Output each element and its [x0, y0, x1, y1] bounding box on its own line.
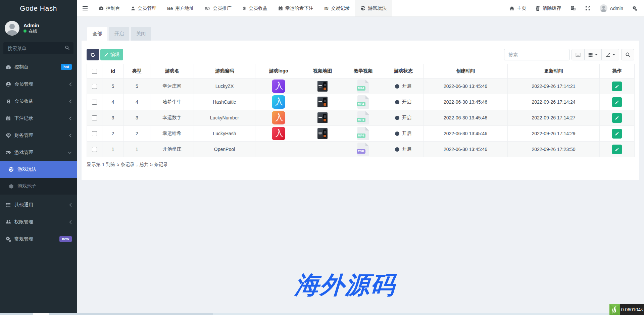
nav-tab-transactions[interactable]: ₪ 交易记录: [319, 0, 355, 16]
search-button[interactable]: [621, 49, 634, 60]
game-logo-image: [272, 95, 285, 109]
cell-game-logo: [255, 142, 302, 157]
sidebar-item-game-management[interactable]: 游戏管理: [0, 144, 77, 161]
sidebar: Gode Hash Admin 在线 控制台 hot: [0, 0, 77, 313]
nav-tab-member-earnings[interactable]: 会员收益: [237, 0, 273, 16]
cell-created-time: 2022-06-30 13:45:46: [424, 78, 508, 94]
navbar-right: 主页 清除缓存 Admin: [505, 0, 644, 16]
cell-actions: [600, 126, 635, 142]
sidebar-toggle-icon[interactable]: [77, 0, 93, 16]
scrollbar-thumb[interactable]: [49, 313, 213, 315]
nav-tab-dashboard[interactable]: 控制台: [93, 0, 126, 16]
table-search-input[interactable]: [504, 49, 569, 60]
select-all-checkbox[interactable]: [92, 69, 97, 74]
sidebar-submenu: 游戏玩法 游戏池子: [0, 161, 77, 195]
edit-button-label: 编辑: [110, 52, 120, 58]
sidebar-item-game-play[interactable]: 游戏玩法: [0, 161, 77, 178]
nav-tab-member-promotion[interactable]: 会员推广: [199, 0, 237, 16]
table-row: 1 1 开池坐庄 OpenPool TOP 开启 2022-06-30 13:4…: [87, 142, 635, 157]
dashboard-icon: [5, 64, 11, 70]
scrollbar-thumb[interactable]: [0, 313, 33, 315]
sidebar-item-label: 权限管理: [14, 219, 33, 225]
video-thumbnail: [317, 112, 328, 123]
cell-video-map: [302, 78, 343, 94]
translate-button[interactable]: [566, 0, 581, 16]
row-checkbox[interactable]: [92, 84, 97, 89]
cell-checkbox: [87, 126, 102, 142]
sidebar-item-finance[interactable]: 财务管理: [0, 127, 77, 144]
tab-closed[interactable]: 关闭: [131, 27, 151, 41]
row-edit-button[interactable]: [612, 129, 622, 139]
sidebar-item-bet-records[interactable]: 下注记录: [0, 110, 77, 127]
sidebar-item-label: 游戏玩法: [17, 166, 36, 172]
sidebar-search-input[interactable]: [3, 42, 73, 54]
thinkphp-logo-icon[interactable]: [609, 304, 620, 315]
fullscreen-button[interactable]: [581, 0, 595, 16]
refresh-button[interactable]: [87, 49, 99, 60]
nav-tab-user-address[interactable]: Bē 用户地址: [162, 0, 199, 16]
columns-button[interactable]: [585, 49, 602, 60]
home-button[interactable]: 主页: [505, 0, 531, 16]
horizontal-scrollbar[interactable]: [0, 313, 644, 315]
cell-checkbox: [87, 142, 102, 157]
trace-time: 0.060104s: [620, 304, 644, 315]
row-checkbox[interactable]: [92, 100, 97, 105]
cell-actions: [600, 142, 635, 157]
nav-tab-label: 用户地址: [175, 5, 194, 11]
column-header-0: Id: [102, 64, 124, 78]
column-header-7: 游戏状态: [383, 64, 424, 78]
tab-open[interactable]: 开启: [109, 27, 129, 41]
cell-game-code: LuckyHash: [194, 126, 255, 142]
detail-view-button[interactable]: [572, 49, 585, 60]
cell-game-code: OpenPool: [194, 142, 255, 157]
watermark-text: 海外源码: [264, 269, 427, 301]
row-edit-button[interactable]: [612, 97, 622, 107]
sidebar-item-game-pool[interactable]: 游戏池子: [0, 178, 77, 195]
row-checkbox[interactable]: [92, 131, 97, 136]
cell-game-code: LuckyNumber: [194, 110, 255, 126]
cell-game-status: 开启: [383, 142, 424, 157]
sidebar-item-member-earnings[interactable]: 会员收益: [0, 93, 77, 110]
settings-button[interactable]: [628, 0, 644, 16]
sidebar-item-other-general[interactable]: 其他通用: [0, 196, 77, 213]
cell-game-name: 幸运数字: [150, 110, 194, 126]
clear-cache-button[interactable]: 清除缓存: [531, 0, 566, 16]
edit-button[interactable]: 编辑: [100, 49, 123, 60]
sidebar-item-permissions[interactable]: 权限管理: [0, 213, 77, 230]
sidebar-item-general-management[interactable]: 常规管理 new: [0, 230, 77, 248]
status-dot-icon: [395, 84, 399, 89]
row-edit-button[interactable]: [612, 113, 622, 123]
tab-all[interactable]: 全部: [87, 27, 107, 41]
calendar-check-icon: [278, 6, 283, 11]
column-header-10: 操作: [600, 64, 635, 78]
status-label: 开启: [402, 83, 411, 89]
row-edit-button[interactable]: [612, 82, 622, 91]
cell-created-time: 2022-06-30 13:45:46: [424, 94, 508, 110]
chevron-left-icon: [69, 134, 72, 138]
cell-checkbox: [87, 94, 102, 110]
sidebar-item-dashboard[interactable]: 控制台 hot: [0, 58, 77, 75]
export-button[interactable]: [602, 49, 619, 60]
sidebar-item-label: 游戏管理: [14, 150, 33, 156]
table-row: 4 4 哈希牛牛 HashCattle MP4 开启 2022-06-30 13…: [87, 94, 635, 110]
sidebar-item-label: 下注记录: [14, 115, 33, 121]
cell-type: 3: [124, 110, 150, 126]
chevron-left-icon: [69, 220, 72, 224]
admin-menu[interactable]: Admin: [595, 0, 628, 16]
nav-tab-lucky-hash-bet[interactable]: 幸运哈希下注: [273, 0, 319, 16]
row-checkbox[interactable]: [92, 147, 97, 152]
sidebar-item-label: 控制台: [14, 64, 29, 70]
row-checkbox[interactable]: [92, 115, 97, 120]
row-edit-button[interactable]: [612, 145, 622, 154]
user-avatar: [5, 21, 19, 36]
game-play-icon: [360, 6, 365, 11]
nav-tab-game-play[interactable]: 游戏玩法: [355, 0, 392, 16]
cell-id: 5: [102, 78, 124, 94]
user-icon: [131, 6, 135, 11]
status-dot-icon: [395, 147, 399, 152]
sidebar-item-members[interactable]: 会员管理: [0, 75, 77, 93]
sidebar-search: [3, 42, 73, 54]
column-header-2: 游戏名: [150, 64, 194, 78]
nav-tab-members[interactable]: 会员管理: [126, 0, 162, 16]
brand-title: Gode Hash: [0, 0, 77, 17]
